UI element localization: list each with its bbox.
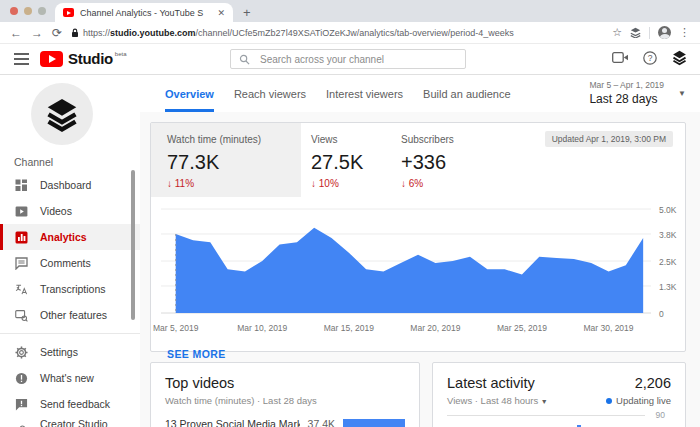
delta-down-badge: ↓ 10% [311, 178, 375, 189]
x-tick-label: Mar 20, 2019 [410, 323, 460, 333]
whats-new-icon [14, 371, 28, 385]
x-tick-label: Mar 30, 2019 [583, 323, 633, 333]
sidebar-divider [0, 333, 140, 334]
sidebar-item-label: Settings [40, 346, 78, 358]
metric-subscribers[interactable]: Subscribers +336 ↓ 6% [391, 123, 470, 197]
browser-url-bar: ← → ⟳ https://studio.youtube.com/channel… [0, 22, 700, 44]
hamburger-menu-icon[interactable] [14, 53, 29, 68]
window-minimize-button[interactable] [24, 7, 32, 15]
search-input[interactable] [258, 53, 465, 66]
latest-activity-card: Latest activity 2,206 Views · Last 48 ho… [432, 362, 686, 427]
sidebar-item-transcriptions[interactable]: Transcriptions [0, 276, 140, 302]
back-icon[interactable]: ← [10, 27, 22, 39]
latest-activity-chart: 90 [447, 415, 671, 427]
browser-tab[interactable]: Channel Analytics - YouTube S ✕ [55, 3, 233, 22]
new-tab-button[interactable]: + [243, 3, 251, 22]
date-range-text: Mar 5 – Apr 1, 2019 [589, 80, 664, 90]
top-videos-subtitle: Watch time (minutes) · Last 28 days [165, 395, 405, 406]
sidebar-item-label: Send feedback [40, 398, 110, 410]
sidebar-item-label: Dashboard [40, 179, 91, 191]
delta-down-badge: ↓ 6% [401, 178, 454, 189]
url-text[interactable]: https://studio.youtube.com/channel/UCfe5… [83, 28, 604, 38]
sidebar-item-other-features[interactable]: Other features [0, 302, 140, 328]
channel-label: Channel [0, 145, 140, 172]
sidebar-item-label: Transcriptions [40, 283, 106, 295]
date-range-picker[interactable]: Mar 5 – Apr 1, 2019 Last 28 days ▼ [589, 80, 686, 106]
search-icon [239, 54, 250, 65]
extension-icon[interactable] [630, 27, 641, 38]
channel-search-box[interactable] [230, 49, 466, 69]
tab-title: Channel Analytics - YouTube S [80, 8, 211, 18]
toolbar-divider [649, 27, 650, 39]
video-watch-time: 37.4K [308, 418, 335, 427]
y-tick-label: 1.3K [659, 282, 677, 292]
y-tick-label: 5.0K [659, 205, 677, 215]
sidebar-item-settings[interactable]: Settings [0, 339, 140, 365]
analytics-subnav: Overview Reach viewers Interest viewers … [140, 75, 700, 113]
channel-avatar[interactable] [31, 83, 93, 145]
sidebar-item-label: Other features [40, 309, 107, 321]
channel-layers-logo [43, 95, 81, 133]
updating-live-indicator: Updating live [606, 395, 671, 406]
tab-reach-viewers[interactable]: Reach viewers [234, 75, 306, 112]
window-close-button[interactable] [10, 7, 18, 15]
sidebar-item-videos[interactable]: Videos [0, 198, 140, 224]
chart-x-axis: Mar 5, 2019Mar 10, 2019Mar 15, 2019Mar 2… [161, 323, 651, 337]
sidebar-item-creator-studio-classic[interactable]: Creator Studio Classic [0, 417, 140, 427]
x-tick-label: Mar 5, 2019 [153, 323, 198, 333]
chevron-down-icon: ▼ [678, 89, 686, 98]
sidebar-item-label: Analytics [40, 231, 87, 243]
analytics-icon [14, 230, 28, 244]
forward-icon[interactable]: → [31, 27, 43, 39]
videos-icon [14, 204, 28, 218]
analytics-content: Watch time (minutes) 77.3K ↓ 11% Views 2… [140, 112, 700, 427]
date-range-preset: Last 28 days [589, 92, 664, 106]
y-tick-label: 0 [659, 309, 664, 319]
latest-activity-metric-dropdown[interactable]: Views · Last 48 hours ▼ [447, 395, 548, 406]
gear-icon [14, 345, 28, 359]
bookmark-star-icon[interactable]: ☆ [612, 26, 622, 39]
metric-watch-time[interactable]: Watch time (minutes) 77.3K ↓ 11% [151, 123, 301, 197]
updated-badge: Updated Apr 1, 2019, 3:00 PM [545, 131, 673, 147]
create-video-icon[interactable] [612, 51, 629, 64]
sidebar-scrollbar-thumb[interactable] [131, 170, 135, 320]
sidebar-item-label: Comments [40, 257, 91, 269]
chevron-down-icon: ▼ [541, 398, 548, 405]
sidebar-item-send-feedback[interactable]: Send feedback [0, 391, 140, 417]
help-icon[interactable]: ? [643, 51, 657, 65]
reload-icon[interactable]: ⟳ [52, 27, 62, 39]
other-features-icon [14, 308, 28, 322]
feedback-icon [14, 397, 28, 411]
y-tick-label: 3.8K [659, 230, 677, 240]
browser-menu-icon[interactable]: ⋮ [679, 26, 690, 39]
sidebar-item-whats-new[interactable]: What's new [0, 365, 140, 391]
metric-views[interactable]: Views 27.5K ↓ 10% [301, 123, 391, 197]
top-video-row[interactable]: 13 Proven Social Media Marketing Tips f.… [165, 418, 405, 427]
browser-tab-strip: Channel Analytics - YouTube S ✕ + [0, 0, 700, 22]
window-zoom-button[interactable] [38, 7, 46, 15]
youtube-studio-logo[interactable]: Studio beta [40, 50, 127, 67]
browser-profile-avatar[interactable] [658, 26, 671, 39]
account-avatar[interactable] [671, 49, 688, 66]
dashboard-icon [14, 178, 28, 192]
top-videos-title: Top videos [165, 375, 405, 391]
latest-activity-value: 2,206 [635, 375, 671, 391]
tab-build-an-audience[interactable]: Build an audience [423, 75, 510, 112]
sidebar-item-comments[interactable]: Comments [0, 250, 140, 276]
delta-down-badge: ↓ 11% [167, 178, 285, 189]
overview-card: Watch time (minutes) 77.3K ↓ 11% Views 2… [150, 122, 686, 352]
lock-icon[interactable] [71, 28, 79, 38]
tab-close-icon[interactable]: ✕ [217, 8, 225, 18]
sidebar-item-dashboard[interactable]: Dashboard [0, 172, 140, 198]
youtube-play-icon [40, 51, 63, 67]
comments-icon [14, 256, 28, 270]
video-title: 13 Proven Social Media Marketing Tips f.… [165, 418, 300, 427]
svg-text:?: ? [648, 53, 653, 63]
sidebar-item-analytics[interactable]: Analytics [0, 224, 140, 250]
tab-overview[interactable]: Overview [165, 75, 214, 112]
y-tick-label: 2.5K [659, 257, 677, 267]
tab-interest-viewers[interactable]: Interest viewers [326, 75, 403, 112]
sidebar-item-label: Creator Studio Classic [40, 418, 140, 427]
x-tick-label: Mar 25, 2019 [497, 323, 547, 333]
x-tick-label: Mar 10, 2019 [237, 323, 287, 333]
